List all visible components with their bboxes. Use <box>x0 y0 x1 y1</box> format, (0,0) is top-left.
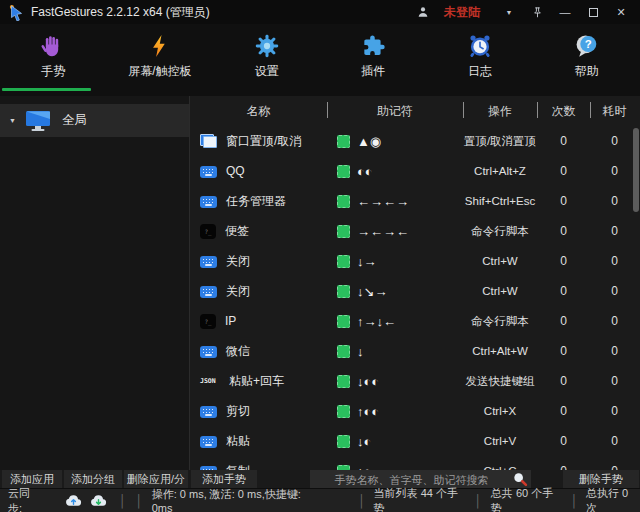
gesture-action: Ctrl+Alt+W <box>463 345 537 357</box>
current-list-count: 当前列表 44 个手势 <box>374 486 466 512</box>
column-header-name: 名称 <box>190 96 327 126</box>
pin-icon[interactable] <box>530 2 544 22</box>
app-window: FastGestures 2.2.12 x64 (管理员) 未登陆 ▼ — ✕ … <box>0 0 640 512</box>
scrollbar-thumb[interactable] <box>633 128 639 212</box>
tab-logs[interactable]: 日志 <box>427 24 534 96</box>
gesture-mnemonic: ←→←→ <box>357 194 409 209</box>
table-row[interactable]: IP ↑→↓← 命令行脚本 0 0 <box>190 306 640 336</box>
gesture-time: 0 <box>590 434 639 448</box>
login-status[interactable]: 未登陆 <box>444 4 480 21</box>
gesture-action: Ctrl+Alt+Z <box>463 165 537 177</box>
gesture-color-swatch <box>337 405 350 418</box>
add-group-button[interactable]: 添加分组 <box>64 470 122 488</box>
gesture-color-swatch <box>337 435 350 448</box>
table-row[interactable]: 窗口置顶/取消 ▲◉ 置顶/取消置顶 0 0 <box>190 126 640 156</box>
gesture-count: 0 <box>537 404 590 418</box>
json-icon: JSON <box>200 374 220 389</box>
gesture-action: Shif+Ctrl+Esc <box>463 195 537 207</box>
tree-expander-icon[interactable]: ▼ <box>9 117 21 124</box>
gesture-action: Ctrl+V <box>463 435 537 447</box>
executed-count: 总执行 0 次 <box>586 486 640 512</box>
gesture-time: 0 <box>590 134 639 148</box>
tab-settings[interactable]: 设置 <box>213 24 320 96</box>
gesture-name: 关闭 <box>226 283 250 300</box>
lightning-icon <box>147 32 173 60</box>
gesture-color-swatch <box>337 375 350 388</box>
table-row[interactable]: 粘贴 ↓◐ Ctrl+V 0 0 <box>190 426 640 456</box>
table-row[interactable]: 剪切 ↑◐◐ Ctrl+X 0 0 <box>190 396 640 426</box>
gesture-action: 置顶/取消置顶 <box>463 134 537 149</box>
statusbar-separator: │ <box>570 494 578 508</box>
gesture-color-swatch <box>337 285 350 298</box>
gear-icon <box>254 32 280 60</box>
delete-app-button[interactable]: 删除应用/分 <box>124 470 188 488</box>
gesture-color-swatch <box>337 165 350 178</box>
table-row[interactable]: 复制 ↑◐ Ctrl+C 0 0 <box>190 456 640 470</box>
gesture-count: 0 <box>537 194 590 208</box>
gesture-mnemonic: ↓→ <box>357 254 377 269</box>
minimize-button[interactable]: — <box>558 2 572 22</box>
gesture-time: 0 <box>590 224 639 238</box>
table-header: 名称 助记符 操作 次数 耗时 <box>190 96 640 126</box>
cloud-upload-icon[interactable] <box>65 494 82 507</box>
gesture-count: 0 <box>537 344 590 358</box>
monitor-icon <box>25 110 51 132</box>
keyboard-icon <box>200 406 217 418</box>
keyboard-icon <box>200 346 217 358</box>
gesture-color-swatch <box>337 315 350 328</box>
cloud-download-icon[interactable] <box>90 494 107 507</box>
gesture-action: Ctrl+W <box>463 285 537 297</box>
tab-screen[interactable]: 屏幕/触控板 <box>107 24 214 96</box>
keyboard-icon <box>200 256 217 268</box>
main-area: ▼ 全局 名称 助记符 操作 次数 耗时 窗口置顶/取消 ▲◉ <box>0 96 640 470</box>
table-row[interactable]: 关闭 ↓↘→ Ctrl+W 0 0 <box>190 276 640 306</box>
gesture-time: 0 <box>590 194 639 208</box>
keyboard-icon <box>200 436 217 448</box>
chevron-down-icon[interactable]: ▼ <box>502 2 516 22</box>
gesture-name: 便签 <box>225 223 249 240</box>
gesture-mnemonic: ↑→↓← <box>357 314 396 329</box>
puzzle-icon <box>360 32 386 60</box>
gesture-action: Ctrl+X <box>463 405 537 417</box>
tab-gestures[interactable]: 手势 <box>0 24 107 96</box>
table-row[interactable]: JSON 粘贴+回车 ↓◐◐ 发送快捷键组 0 0 <box>190 366 640 396</box>
dark-icon <box>200 224 216 239</box>
window-title: FastGestures 2.2.12 x64 (管理员) <box>31 4 210 21</box>
svg-text:?: ? <box>585 38 592 50</box>
statusbar-separator: │ <box>119 494 127 508</box>
alarm-clock-icon <box>467 32 493 60</box>
table-row[interactable]: QQ ◐◐ Ctrl+Alt+Z 0 0 <box>190 156 640 186</box>
tab-help[interactable]: ? 帮助 <box>533 24 640 96</box>
sidebar-item-global[interactable]: ▼ 全局 <box>0 104 189 137</box>
statusbar: 云同步: │ │ 操作: 0 ms, 激活: 0 ms,快捷键: 0ms │ 当… <box>0 488 640 512</box>
statusbar-separator: │ <box>135 494 143 508</box>
table-row[interactable]: 任务管理器 ←→←→ Shif+Ctrl+Esc 0 0 <box>190 186 640 216</box>
keyboard-icon <box>200 196 217 208</box>
gesture-count: 0 <box>537 434 590 448</box>
table-row[interactable]: 关闭 ↓→ Ctrl+W 0 0 <box>190 246 640 276</box>
table-row[interactable]: 便签 →←→← 命令行脚本 0 0 <box>190 216 640 246</box>
gesture-mnemonic: ↓◐ <box>357 434 371 449</box>
gesture-mnemonic: ↓ <box>357 344 364 359</box>
column-header-time: 耗时 <box>590 96 639 126</box>
add-gesture-button[interactable]: 添加手势 <box>191 470 257 488</box>
column-header-action: 操作 <box>463 96 537 126</box>
gesture-table: 名称 助记符 操作 次数 耗时 窗口置顶/取消 ▲◉ 置顶/取消置顶 0 0 Q… <box>190 96 640 470</box>
keyboard-icon <box>200 166 217 178</box>
statusbar-separator: │ <box>358 494 366 508</box>
gesture-name: IP <box>225 314 236 328</box>
maximize-button[interactable] <box>586 2 600 22</box>
gesture-time: 0 <box>590 254 639 268</box>
gesture-time: 0 <box>590 404 639 418</box>
dark-icon <box>200 314 216 329</box>
table-row[interactable]: 微信 ↓ Ctrl+Alt+W 0 0 <box>190 336 640 366</box>
gesture-name: 剪切 <box>226 403 250 420</box>
gesture-name: QQ <box>226 164 245 178</box>
close-button[interactable]: ✕ <box>614 2 628 22</box>
tab-plugins[interactable]: 插件 <box>320 24 427 96</box>
gesture-time: 0 <box>590 344 639 358</box>
sidebar-item-label: 全局 <box>62 112 87 129</box>
user-icon[interactable] <box>416 2 430 22</box>
gesture-time: 0 <box>590 374 639 388</box>
gesture-mnemonic: →←→← <box>357 224 409 239</box>
